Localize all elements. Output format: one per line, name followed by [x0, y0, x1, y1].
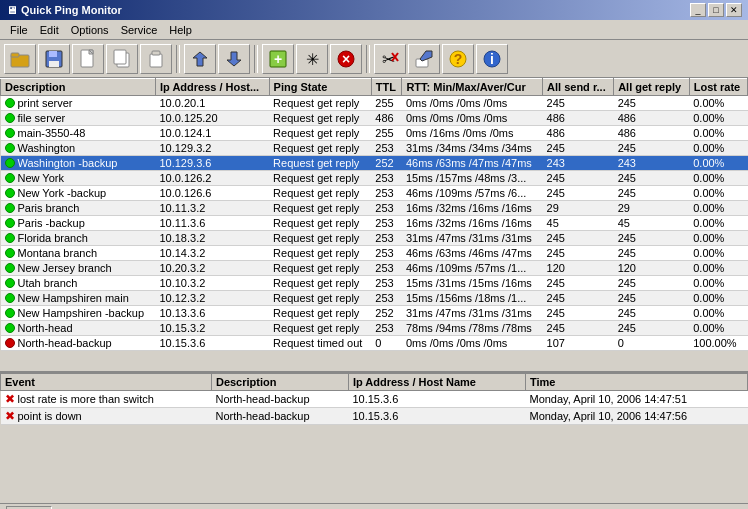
edit-btn[interactable]: [408, 44, 440, 74]
table-row[interactable]: New Hampshiren main 10.12.3.2 Request ge…: [1, 291, 748, 306]
col-ttl[interactable]: TTL: [371, 79, 402, 96]
cell-send: 107: [543, 336, 614, 351]
menu-options[interactable]: Options: [65, 22, 115, 38]
status-dot: [5, 173, 15, 183]
event-cell-event: ✖point is down: [1, 408, 212, 425]
status-dot: [5, 158, 15, 168]
menu-edit[interactable]: Edit: [34, 22, 65, 38]
menu-service[interactable]: Service: [115, 22, 164, 38]
cell-reply: 245: [614, 96, 690, 111]
cell-ttl: 253: [371, 246, 402, 261]
table-row[interactable]: New York 10.0.126.2 Request get reply 25…: [1, 171, 748, 186]
menu-bar: File Edit Options Service Help: [0, 20, 748, 40]
col-reply[interactable]: All get reply: [614, 79, 690, 96]
status-dot: [5, 323, 15, 333]
table-row[interactable]: Utah branch 10.10.3.2 Request get reply …: [1, 276, 748, 291]
event-cell-desc: North-head-backup: [211, 408, 348, 425]
cell-rtt: 15ms /31ms /15ms /16ms: [402, 276, 543, 291]
cell-rtt: 46ms /109ms /57ms /6...: [402, 186, 543, 201]
table-row[interactable]: Washington -backup 10.129.3.6 Request ge…: [1, 156, 748, 171]
copy-btn[interactable]: [106, 44, 138, 74]
maximize-button[interactable]: □: [708, 3, 724, 17]
svg-text:×: ×: [342, 51, 350, 67]
table-row[interactable]: New Hampshiren -backup 10.13.3.6 Request…: [1, 306, 748, 321]
cell-ttl: 253: [371, 321, 402, 336]
cell-ttl: 253: [371, 291, 402, 306]
cell-ttl: 255: [371, 126, 402, 141]
toolbar-sep-1: [176, 45, 180, 73]
col-send[interactable]: All send r...: [543, 79, 614, 96]
event-col-ip[interactable]: Ip Address / Host Name: [348, 374, 525, 391]
event-cell-ip: 10.15.3.6: [348, 391, 525, 408]
paste-btn[interactable]: [140, 44, 172, 74]
cell-rtt: 46ms /63ms /46ms /47ms: [402, 246, 543, 261]
info-btn[interactable]: i: [476, 44, 508, 74]
svg-rect-9: [152, 51, 160, 55]
status-dot: [5, 188, 15, 198]
event-row[interactable]: ✖point is down North-head-backup 10.15.3…: [1, 408, 748, 425]
minimize-button[interactable]: _: [690, 3, 706, 17]
table-row[interactable]: print server 10.0.20.1 Request get reply…: [1, 96, 748, 111]
col-lost[interactable]: Lost rate: [689, 79, 747, 96]
cell-desc: Paris -backup: [1, 216, 156, 231]
table-row[interactable]: New Jersey branch 10.20.3.2 Request get …: [1, 261, 748, 276]
cell-send: 245: [543, 141, 614, 156]
cell-lost: 0.00%: [689, 126, 747, 141]
cell-rtt: 31ms /34ms /34ms /34ms: [402, 141, 543, 156]
event-cell-event: ✖lost rate is more than switch: [1, 391, 212, 408]
table-row[interactable]: New York -backup 10.0.126.6 Request get …: [1, 186, 748, 201]
table-row[interactable]: Paris branch 10.11.3.2 Request get reply…: [1, 201, 748, 216]
cell-send: 45: [543, 216, 614, 231]
event-col-time[interactable]: Time: [525, 374, 747, 391]
cell-rtt: 0ms /16ms /0ms /0ms: [402, 126, 543, 141]
event-col-desc[interactable]: Description: [211, 374, 348, 391]
open-folder-btn[interactable]: [4, 44, 36, 74]
menu-help[interactable]: Help: [163, 22, 198, 38]
menu-file[interactable]: File: [4, 22, 34, 38]
table-row[interactable]: main-3550-48 10.0.124.1 Request get repl…: [1, 126, 748, 141]
svg-rect-7: [114, 50, 126, 64]
star-btn[interactable]: ✳: [296, 44, 328, 74]
col-ping-state[interactable]: Ping State: [269, 79, 371, 96]
event-table-container[interactable]: Event Description Ip Address / Host Name…: [0, 373, 748, 503]
save-btn[interactable]: [38, 44, 70, 74]
table-row[interactable]: Washington 10.129.3.2 Request get reply …: [1, 141, 748, 156]
svg-text:?: ?: [454, 51, 463, 67]
help-btn[interactable]: ?: [442, 44, 474, 74]
table-row[interactable]: file server 10.0.125.20 Request get repl…: [1, 111, 748, 126]
table-row[interactable]: North-head 10.15.3.2 Request get reply 2…: [1, 321, 748, 336]
table-row[interactable]: Montana branch 10.14.3.2 Request get rep…: [1, 246, 748, 261]
event-col-event[interactable]: Event: [1, 374, 212, 391]
col-ip[interactable]: Ip Address / Host...: [155, 79, 269, 96]
cell-reply: 245: [614, 246, 690, 261]
cell-lost: 0.00%: [689, 321, 747, 336]
col-description[interactable]: Description: [1, 79, 156, 96]
event-row[interactable]: ✖lost rate is more than switch North-hea…: [1, 391, 748, 408]
add-btn[interactable]: +: [262, 44, 294, 74]
cell-rtt: 15ms /157ms /48ms /3...: [402, 171, 543, 186]
event-table-header: Event Description Ip Address / Host Name…: [1, 374, 748, 391]
col-rtt[interactable]: RTT: Min/Max/Aver/Cur: [402, 79, 543, 96]
close-button[interactable]: ✕: [726, 3, 742, 17]
cell-reply: 29: [614, 201, 690, 216]
cell-rtt: 15ms /156ms /18ms /1...: [402, 291, 543, 306]
table-row[interactable]: North-head-backup 10.15.3.6 Request time…: [1, 336, 748, 351]
cell-rtt: 0ms /0ms /0ms /0ms: [402, 96, 543, 111]
cell-desc: North-head: [1, 321, 156, 336]
stop-btn[interactable]: ×: [330, 44, 362, 74]
up-btn[interactable]: [218, 44, 250, 74]
svg-marker-10: [193, 52, 207, 66]
down-btn[interactable]: [184, 44, 216, 74]
table-row[interactable]: Florida branch 10.18.3.2 Request get rep…: [1, 231, 748, 246]
main-table-container[interactable]: Description Ip Address / Host... Ping St…: [0, 78, 748, 373]
cell-ip: 10.129.3.2: [155, 141, 269, 156]
cell-lost: 0.00%: [689, 201, 747, 216]
new-file-btn[interactable]: [72, 44, 104, 74]
cell-rtt: 16ms /32ms /16ms /16ms: [402, 201, 543, 216]
app-icon: 🖥: [6, 4, 17, 16]
table-row[interactable]: Paris -backup 10.11.3.6 Request get repl…: [1, 216, 748, 231]
cut-btn[interactable]: ✂: [374, 44, 406, 74]
cell-lost: 0.00%: [689, 171, 747, 186]
cell-lost: 0.00%: [689, 111, 747, 126]
svg-text:✳: ✳: [306, 51, 319, 68]
